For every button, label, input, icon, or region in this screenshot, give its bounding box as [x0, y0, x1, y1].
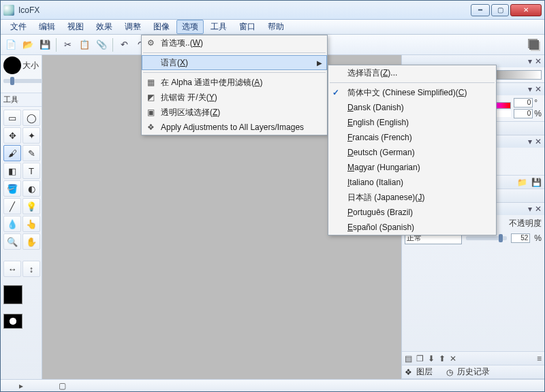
menu-options[interactable]: 选项	[176, 20, 204, 34]
tool-lightbulb[interactable]: 💡	[22, 198, 40, 214]
merge-up-icon[interactable]: ⬆	[439, 354, 446, 363]
panel-collapse-icon[interactable]: ▾	[528, 56, 532, 66]
foreground-color[interactable]	[3, 285, 22, 304]
lang-fr[interactable]: Francais (French)	[328, 130, 496, 145]
history-footer-tab[interactable]: 历史记录	[457, 366, 490, 378]
folder-icon[interactable]: 📁	[517, 178, 527, 187]
menu-item-language[interactable]: 语言(X) ▶	[142, 55, 327, 70]
open-icon[interactable]: 📂	[20, 37, 35, 52]
menu-item-antialias[interactable]: ◩ 抗锯齿 开/关(Y)	[142, 90, 327, 105]
lang-select[interactable]: 选择语言(Z)...	[328, 65, 496, 80]
save-icon[interactable]: 💾	[37, 37, 52, 52]
tool-marquee[interactable]: ▭	[3, 110, 21, 126]
tool-pencil[interactable]: ✎	[22, 145, 40, 161]
opacity-field[interactable]: 52	[511, 233, 530, 243]
options-menu-dropdown: ⚙ 首选项..(W) 语言(X) ▶ ▦ 在 Alpha 通道中使用滤镜(A) …	[141, 35, 328, 135]
language-submenu: 选择语言(Z)... ✓简体中文 (Chinese Simplified)(C)…	[328, 65, 497, 235]
tool-line[interactable]: ╱	[3, 198, 21, 214]
window-title: IcoFX	[18, 5, 471, 15]
tool-fill[interactable]: 🪣	[3, 180, 21, 197]
opacity-label: 不透明度	[509, 218, 542, 229]
left-sidebar: 大小 50 px 工具 ▭ ◯ ✥ ✦ 🖌 ✎ ◧ T 🪣	[1, 55, 42, 379]
lang-ja[interactable]: 日本語 (Japanese)(J)	[328, 190, 496, 205]
layers-footer-icon: ❖	[405, 368, 412, 377]
layer-toolbar: ▤ ❐ ⬇ ⬆ ✕ ≡	[402, 351, 544, 365]
menu-help[interactable]: 帮助	[262, 20, 290, 34]
select-icon: ▣	[144, 108, 157, 117]
tool-smudge[interactable]: 👆	[22, 216, 40, 232]
tools-panel-title: 工具	[1, 93, 42, 107]
lang-de[interactable]: Deutsch (German)	[328, 145, 496, 160]
titlebar: IcoFX ━ ▢ ✕	[1, 1, 544, 20]
lang-pt[interactable]: Português (Brazil)	[328, 205, 496, 220]
merge-down-icon[interactable]: ⬇	[428, 354, 435, 363]
lang-en[interactable]: English (English)	[328, 115, 496, 130]
layer-menu-icon[interactable]: ≡	[537, 354, 542, 363]
checker-icon: ▦	[144, 78, 157, 87]
menu-item-alpha-filter[interactable]: ▦ 在 Alpha 通道中使用滤镜(A)	[142, 75, 327, 90]
chevron-right-icon: ▶	[317, 59, 322, 67]
tool-flip-v[interactable]: ↕	[22, 261, 40, 277]
check-icon: ✓	[332, 88, 339, 97]
brush-size-label: 大小	[22, 60, 39, 71]
menu-window[interactable]: 窗口	[234, 20, 261, 34]
save-swatch-icon[interactable]: 💾	[531, 178, 542, 187]
menubar: 文件 编辑 视图 效果 调整 图像 选项 工具 窗口 帮助	[1, 20, 544, 35]
menu-file[interactable]: 文件	[5, 20, 32, 34]
history-footer-icon: ◷	[446, 368, 453, 377]
panel-close-icon[interactable]: ✕	[535, 56, 542, 66]
menu-tools[interactable]: 工具	[205, 20, 232, 34]
tool-zoom[interactable]: 🔍	[3, 233, 21, 250]
statusbar: ▸ ▢	[1, 379, 544, 391]
close-button[interactable]: ✕	[510, 4, 542, 16]
lang-hu[interactable]: Magyar (Hungarian)	[328, 160, 496, 175]
window-controls: ━ ▢ ✕	[471, 4, 542, 16]
app-icon	[3, 5, 14, 16]
antialias-icon: ◩	[144, 93, 157, 102]
minimize-button[interactable]: ━	[471, 4, 490, 16]
undo-icon[interactable]: ↶	[116, 37, 131, 52]
menu-item-apply-all[interactable]: ❖ Apply Adjustments to All Layers/Images	[142, 120, 327, 135]
tool-grid: ▭ ◯ ✥ ✦ 🖌 ✎ ◧ T 🪣 ◐ ╱ 💡 💧 👆 🔍 ✋	[1, 107, 42, 252]
app-window: IcoFX ━ ▢ ✕ 文件 编辑 视图 效果 调整 图像 选项 工具 窗口 帮…	[0, 0, 545, 392]
layers-icon[interactable]	[527, 37, 542, 52]
paste-icon[interactable]: 📎	[94, 37, 109, 52]
tool-eraser[interactable]: ◧	[3, 163, 21, 179]
stack-icon: ❖	[144, 122, 157, 132]
angle-field[interactable]: 0	[514, 98, 533, 108]
layers-footer-tab[interactable]: 图层	[416, 366, 433, 378]
tool-lasso[interactable]: ◯	[22, 110, 40, 126]
gear-icon: ⚙	[144, 38, 157, 48]
delete-layer-icon[interactable]: ✕	[450, 354, 456, 363]
menu-view[interactable]: 视图	[62, 20, 89, 34]
tool-flip-h[interactable]: ↔	[3, 261, 21, 277]
menu-effects[interactable]: 效果	[91, 20, 118, 34]
tool-text[interactable]: T	[22, 163, 40, 179]
tool-brush[interactable]: 🖌	[3, 145, 21, 161]
tool-hand[interactable]: ✋	[22, 233, 40, 250]
menu-adjust[interactable]: 调整	[119, 20, 146, 34]
lang-zh[interactable]: ✓简体中文 (Chinese Simplified)(C)	[328, 85, 496, 100]
new-icon[interactable]: 📄	[3, 37, 18, 52]
tool-gradient[interactable]: ◐	[22, 180, 40, 197]
lang-it[interactable]: Italiano (Italian)	[328, 175, 496, 190]
percent-field[interactable]: 0	[514, 109, 533, 118]
tool-move[interactable]: ✥	[3, 127, 21, 144]
menu-item-preferences[interactable]: ⚙ 首选项..(W)	[142, 35, 327, 50]
maximize-button[interactable]: ▢	[491, 4, 509, 16]
tool-eyedropper[interactable]: 💧	[3, 216, 21, 232]
lang-es[interactable]: Español (Spanish)	[328, 220, 496, 235]
copy-icon[interactable]: 📋	[77, 37, 92, 52]
pattern-swatch[interactable]	[3, 314, 22, 329]
brush-dot-icon	[3, 56, 21, 74]
brush-preview: 大小 50 px	[1, 55, 42, 93]
opacity-slider[interactable]	[466, 236, 507, 240]
cut-icon[interactable]: ✂	[60, 37, 75, 52]
new-layer-icon[interactable]: ▤	[405, 354, 412, 363]
menu-image[interactable]: 图像	[148, 20, 175, 34]
tool-wand[interactable]: ✦	[22, 127, 40, 144]
lang-da[interactable]: Dansk (Danish)	[328, 100, 496, 115]
menu-item-transparent-sel[interactable]: ▣ 透明区域选择(Z)	[142, 105, 327, 120]
dup-layer-icon[interactable]: ❐	[416, 354, 424, 363]
menu-edit[interactable]: 编辑	[33, 20, 61, 34]
